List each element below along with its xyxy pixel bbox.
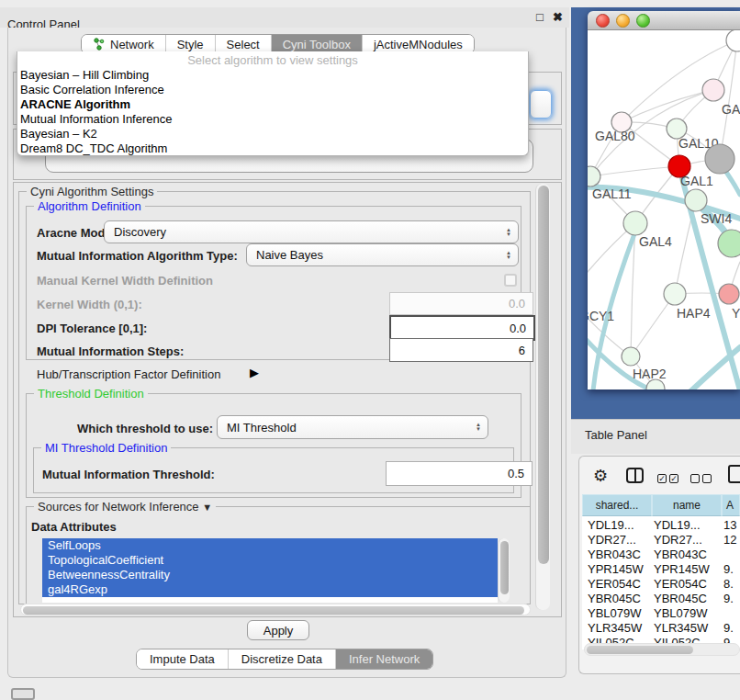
hub-expand-icon[interactable]: ▶ — [250, 366, 259, 379]
column-header-shared[interactable]: shared... — [582, 494, 652, 516]
network-node-label: Y — [732, 306, 740, 321]
dropdown-item[interactable]: Dream8 DC_TDC Algorithm — [17, 141, 528, 156]
attribute-item[interactable]: BetweennessCentrality — [42, 568, 498, 582]
dropdown-item[interactable]: Bayesian – K2 — [17, 127, 528, 141]
table-horizontal-scrollbar[interactable] — [584, 643, 740, 656]
data-attributes-list[interactable]: SelfLoops TopologicalCoefficient Between… — [42, 538, 498, 603]
dropdown-item[interactable]: Bayesian – Hill Climbing — [17, 68, 528, 83]
network-node[interactable] — [702, 79, 724, 101]
mi-steps-field[interactable] — [389, 338, 533, 362]
manual-kernel-checkbox[interactable] — [504, 274, 517, 287]
network-node[interactable] — [622, 347, 640, 366]
close-panel-icon[interactable]: ✖ — [553, 10, 563, 24]
network-node[interactable] — [623, 211, 647, 235]
sources-collapse-icon[interactable]: ▼ — [202, 502, 212, 513]
network-node-label: GAL4 — [639, 234, 672, 249]
which-threshold-combobox[interactable]: MI Threshold ▲▼ — [217, 415, 488, 439]
group-title: MI Threshold Definition — [41, 441, 171, 455]
combo-spinner-icon: ▲▼ — [506, 228, 511, 237]
network-node-label: HAP4 — [677, 306, 711, 321]
kernel-width-field[interactable] — [389, 292, 533, 315]
attribute-item[interactable]: gal4RGexp — [42, 582, 498, 597]
network-node[interactable] — [685, 189, 707, 211]
dropdown-item[interactable]: Basic Correlation Inference — [17, 83, 528, 97]
attributes-list-scrollbar[interactable] — [498, 538, 510, 603]
tab-jactivemnodules[interactable]: jActiveMNodules — [363, 35, 474, 53]
settings-gear-icon[interactable]: ⚙ — [593, 466, 608, 486]
dpi-tolerance-field[interactable] — [389, 315, 535, 341]
manual-kernel-label: Manual Kernel Width Definition — [37, 274, 213, 288]
zoom-window-icon[interactable] — [636, 14, 650, 28]
data-attributes-label: Data Attributes — [31, 520, 117, 534]
network-edge[interactable] — [590, 166, 679, 176]
tab-style[interactable]: Style — [166, 35, 216, 53]
network-node-label: GCY1 — [588, 309, 614, 323]
network-node-label: GAL80 — [595, 129, 635, 143]
which-threshold-label: Which threshold to use: — [77, 422, 213, 435]
network-node[interactable] — [718, 230, 740, 257]
column-header-name[interactable]: name — [652, 494, 722, 516]
tab-infer-network[interactable]: Infer Network — [336, 649, 432, 669]
table-panel-title: Table Panel — [585, 428, 647, 442]
mi-threshold-field[interactable] — [386, 461, 533, 486]
dpi-tolerance-label: DPI Tolerance [0,1]: — [37, 322, 147, 335]
select-all-checks-icon[interactable]: ✓✓ — [657, 470, 678, 484]
network-node[interactable] — [588, 166, 600, 186]
network-node[interactable] — [719, 284, 739, 304]
attribute-item[interactable]: TopologicalCoefficient — [42, 553, 498, 568]
export-table-icon[interactable] — [728, 465, 740, 483]
tab-impute-data[interactable]: Impute Data — [137, 649, 229, 669]
network-node-label: GAL1 — [680, 174, 713, 188]
control-panel-titlebar: Control Panel □ ✖ — [0, 7, 569, 28]
tab-select[interactable]: Select — [216, 35, 272, 53]
algorithm-dropdown-popup: Select algorithm to view settings Bayesi… — [17, 51, 529, 156]
group-title: Sources for Network Inference ▼ — [34, 500, 216, 514]
group-title: Threshold Definition — [34, 387, 148, 401]
network-node[interactable] — [705, 144, 734, 174]
float-panel-icon[interactable]: □ — [536, 10, 544, 24]
network-node[interactable] — [664, 283, 686, 305]
node-table[interactable]: YDL19...YDL19...13 YDR27...YDR27...12 YB… — [582, 516, 740, 649]
column-layout-icon[interactable] — [626, 468, 644, 483]
settings-vertical-scrollbar[interactable] — [535, 184, 550, 610]
network-node-label: GAL11 — [592, 186, 632, 201]
network-node-label: GAL — [722, 102, 740, 117]
dropdown-item-aracne[interactable]: ARACNE Algorithm — [17, 97, 528, 112]
group-title: Algorithm Definition — [34, 199, 145, 213]
dropdown-item[interactable]: Mutual Information Inference — [17, 112, 528, 127]
hub-definition-label[interactable]: Hub/Transcription Factor Definition — [37, 367, 220, 381]
network-icon — [93, 38, 106, 51]
network-window-titlebar[interactable] — [588, 11, 740, 30]
dropdown-prompt: Select algorithm to view settings — [17, 51, 528, 68]
mi-steps-label: Mutual Information Steps: — [37, 344, 184, 358]
settings-horizontal-scrollbar[interactable] — [20, 604, 531, 615]
combo-spinner-icon: ▲▼ — [476, 423, 481, 432]
tab-cyni-toolbox[interactable]: Cyni Toolbox — [272, 35, 363, 53]
deselect-all-checks-icon[interactable] — [690, 470, 712, 484]
network-view[interactable]: GALGAL80GAL10GAL1GAL11SWI4GAL4HAP4YGCY1H… — [588, 30, 740, 390]
mi-threshold-label: Mutual Information Threshold: — [42, 468, 215, 481]
tab-discretize-data[interactable]: Discretize Data — [229, 649, 336, 669]
minimize-window-icon[interactable] — [616, 14, 630, 28]
footer-tabbar: Impute Data Discretize Data Infer Networ… — [136, 649, 433, 670]
tab-network[interactable]: Network — [82, 35, 166, 53]
aracne-mode-combobox[interactable]: Discovery ▲▼ — [104, 220, 519, 243]
group-title: Cyni Algorithm Settings — [27, 185, 157, 198]
apply-button[interactable]: Apply — [247, 620, 309, 640]
kernel-width-label: Kernel Width (0,1): — [37, 298, 142, 311]
network-edge[interactable] — [588, 223, 635, 297]
combo-spinner-icon: ▲▼ — [506, 251, 511, 260]
network-graph[interactable]: GALGAL80GAL10GAL1GAL11SWI4GAL4HAP4YGCY1H… — [588, 30, 740, 390]
column-header-partial[interactable]: A — [722, 494, 740, 516]
collapsed-panel-icon[interactable] — [11, 688, 35, 700]
close-window-icon[interactable] — [596, 14, 610, 28]
refresh-algorithms-button[interactable] — [530, 90, 552, 119]
network-node-label: SWI4 — [701, 211, 732, 226]
network-node[interactable] — [726, 30, 740, 51]
attribute-item[interactable]: SelfLoops — [42, 538, 498, 553]
mi-type-label: Mutual Information Algorithm Type: — [37, 249, 238, 263]
mi-type-combobox[interactable]: Naive Bayes ▲▼ — [246, 243, 519, 266]
network-node-label: HAP2 — [633, 367, 667, 381]
